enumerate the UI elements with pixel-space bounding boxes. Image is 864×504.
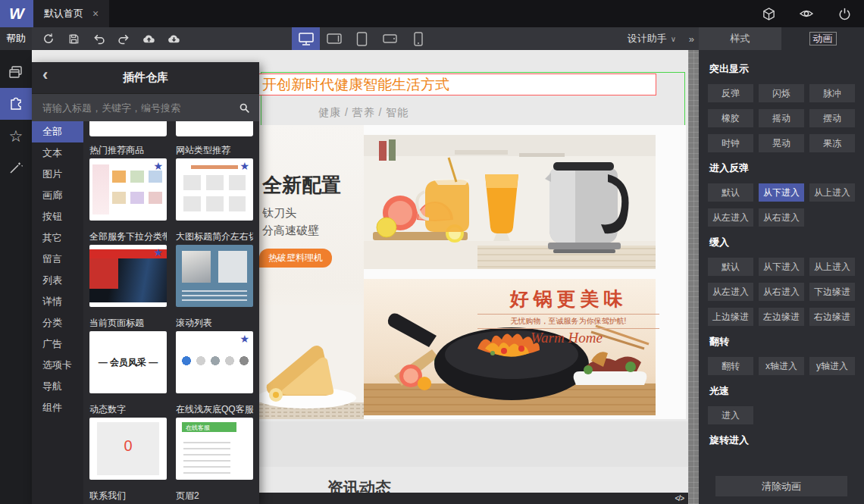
animation-button[interactable]: 从右进入	[759, 208, 804, 227]
refresh-icon[interactable]	[41, 31, 56, 46]
animation-button[interactable]: 右边缘进	[809, 308, 855, 326]
category-item[interactable]: 全部	[32, 121, 83, 142]
animation-button[interactable]: 从左进入	[708, 208, 753, 227]
animation-button[interactable]: 晃动	[759, 134, 804, 152]
plugin-card[interactable]: 大图标题简介左右切... ★	[176, 230, 253, 307]
animation-button[interactable]: 橡胶	[708, 109, 753, 127]
category-item[interactable]: 分类	[32, 312, 83, 333]
category-item[interactable]: 画廊	[32, 185, 83, 206]
star-badge-icon[interactable]: ★	[153, 247, 163, 258]
animation-button[interactable]: 从右进入	[759, 283, 804, 301]
animation-button[interactable]: 反弹	[708, 84, 753, 102]
category-item[interactable]: 文本	[32, 142, 83, 164]
category-item[interactable]: 详情	[32, 291, 83, 312]
device-phone-portrait-icon[interactable]	[404, 27, 432, 50]
animation-button[interactable]: 脉冲	[809, 84, 855, 102]
code-view-icon[interactable]: </>	[675, 494, 684, 502]
animation-button[interactable]: 下边缘进	[809, 283, 855, 301]
animation-button[interactable]: x轴进入	[759, 357, 804, 375]
design-assistant-dropdown[interactable]: 设计助手 ∨	[628, 27, 676, 50]
plugin-card[interactable]: 动态数字 ★ 0	[89, 403, 167, 480]
device-desktop-icon[interactable]	[292, 27, 320, 50]
wok-banner-script-text: Warm Home	[531, 330, 603, 346]
category-item[interactable]: 留言	[32, 249, 83, 270]
news-section-title[interactable]: 资讯动态	[327, 477, 391, 493]
canvas-scrollbar[interactable]	[688, 50, 699, 504]
collapse-panel-chevron[interactable]: »	[689, 27, 694, 50]
plugin-card[interactable]: 联系我们 ★	[89, 490, 167, 504]
cloud-upload-icon[interactable]	[141, 31, 156, 46]
tab-close-icon[interactable]: ×	[92, 8, 99, 20]
page-tab[interactable]: 默认首页 ×	[33, 0, 109, 27]
components-cube-icon[interactable]	[761, 6, 776, 21]
banner-left-blender-ad[interactable]: 全新配置 钛刀头 分高速破壁 热破壁料理机	[259, 125, 364, 419]
plugin-card-title: 全部服务下拉分类带...	[89, 230, 167, 245]
plugin-card[interactable]: 当前页面标题 ★ — 会员风采 —	[89, 317, 167, 393]
animation-button[interactable]: 从上进入	[809, 183, 855, 202]
plugin-card[interactable]: 网站类型推荐 ★	[176, 144, 253, 221]
animation-button[interactable]: 从下进入	[759, 183, 804, 202]
help-button[interactable]: 帮助	[0, 27, 32, 50]
animation-button[interactable]: 翻转	[708, 357, 753, 375]
category-item[interactable]: 列表	[32, 270, 83, 291]
category-item[interactable]: 导航	[32, 376, 83, 397]
cloud-download-icon[interactable]	[166, 31, 181, 46]
sidebar-favorites-icon[interactable]: ☆	[0, 120, 32, 152]
animation-button[interactable]: 从下进入	[759, 258, 804, 276]
sidebar-design-wand-icon[interactable]	[0, 152, 32, 183]
category-item[interactable]: 广告	[32, 333, 83, 355]
plugin-card[interactable]: 在线浅灰底QQ客服 ★ 在线客服	[176, 403, 253, 480]
banner-section[interactable]: 全新配置 钛刀头 分高速破壁 热破壁料理机	[259, 125, 686, 419]
section-heading: 翻转	[709, 335, 855, 349]
animation-button[interactable]: 左边缘进	[759, 308, 804, 326]
sidebar-pages-icon[interactable]	[0, 56, 32, 88]
preview-eye-icon[interactable]	[799, 6, 814, 21]
plugin-card-partial[interactable]	[176, 121, 253, 136]
category-item[interactable]: 按钮	[32, 206, 83, 227]
plugin-library-panel: ‹ 插件仓库 全部文本图片画廊按钮其它留言列表详情分类广告选项卡导航组件 热门推…	[32, 62, 259, 504]
tab-animation[interactable]: 动画	[781, 27, 864, 50]
animation-button[interactable]: 从上进入	[809, 258, 855, 276]
undo-icon[interactable]	[91, 31, 106, 46]
plugin-card-thumbnail: ★ — 会员风采 —	[89, 331, 167, 393]
tab-style[interactable]: 样式	[699, 27, 781, 50]
category-item[interactable]: 选项卡	[32, 355, 83, 376]
search-icon[interactable]	[239, 102, 250, 114]
star-badge-icon[interactable]: ★	[239, 161, 249, 171]
selected-title-element[interactable]: 开创新时代健康智能生活方式	[258, 74, 656, 95]
plugin-card-partial[interactable]	[89, 121, 167, 136]
plugin-card[interactable]: 全部服务下拉分类带... ★	[89, 230, 167, 307]
star-badge-icon[interactable]: ★	[153, 161, 163, 171]
plugin-card-thumbnail: ★	[89, 158, 167, 221]
category-item[interactable]: 其它	[32, 227, 83, 249]
animation-button[interactable]: 进入	[708, 406, 753, 424]
device-tablet-landscape-icon[interactable]	[320, 27, 348, 50]
star-badge-icon[interactable]: ★	[239, 333, 249, 344]
animation-button[interactable]: 摇动	[759, 109, 804, 127]
save-icon[interactable]	[66, 31, 81, 46]
animation-button[interactable]: 上边缘进	[708, 308, 753, 326]
animation-button[interactable]: 果冻	[809, 134, 855, 152]
plugin-card[interactable]: 热门推荐商品 ★	[89, 144, 167, 221]
back-chevron-icon[interactable]: ‹	[42, 67, 48, 83]
sidebar-plugins-icon[interactable]	[0, 88, 32, 120]
device-tablet-portrait-icon[interactable]	[348, 27, 376, 50]
plugin-card[interactable]: 页眉2 ★	[176, 490, 253, 504]
redo-icon[interactable]	[116, 31, 131, 46]
animation-button[interactable]: 默认	[708, 258, 753, 276]
clear-animation-button[interactable]: 清除动画	[715, 476, 847, 496]
power-icon[interactable]	[837, 6, 852, 21]
animation-button[interactable]: 时钟	[708, 134, 753, 152]
plugin-card[interactable]: 滚动列表 ★	[176, 317, 253, 393]
animation-button[interactable]: 闪烁	[759, 84, 804, 102]
animation-button[interactable]: y轴进入	[809, 357, 855, 375]
device-phone-landscape-icon[interactable]	[376, 27, 404, 50]
plugin-search-input[interactable]	[41, 102, 233, 114]
page-subtitle[interactable]: 健康 / 营养 / 智能	[318, 106, 409, 120]
animation-button[interactable]: 摆动	[809, 109, 855, 127]
kettle-banner-image[interactable]	[364, 135, 656, 269]
category-item[interactable]: 组件	[32, 397, 83, 418]
category-item[interactable]: 图片	[32, 164, 83, 185]
animation-button[interactable]: 从左进入	[708, 283, 753, 301]
animation-button[interactable]: 默认	[708, 183, 753, 202]
